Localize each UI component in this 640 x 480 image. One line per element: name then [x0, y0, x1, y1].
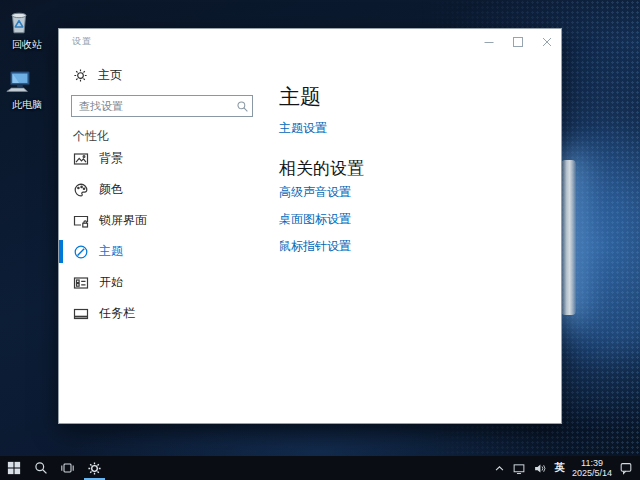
themes-brush-icon — [73, 244, 89, 260]
sidebar-item-label: 任务栏 — [99, 305, 135, 322]
close-icon — [542, 37, 552, 47]
language-indicator[interactable]: 英 — [554, 461, 565, 475]
minimize-button[interactable] — [474, 29, 503, 55]
sidebar-item-label: 主题 — [99, 243, 123, 260]
desktop-icon-this-pc[interactable]: 此电脑 — [4, 67, 50, 110]
sidebar-section-personalization: 个性化 — [73, 129, 279, 143]
sidebar-item-lock-screen[interactable]: 锁屏界面 — [59, 205, 279, 236]
taskbar-rect-icon — [73, 306, 89, 322]
sidebar-item-home[interactable]: 主页 — [73, 64, 279, 86]
mouse-pointer-settings-link[interactable]: 鼠标指针设置 — [279, 238, 561, 254]
close-button[interactable] — [532, 29, 561, 55]
sidebar-item-taskbar[interactable]: 任务栏 — [59, 298, 279, 329]
search-icon — [34, 461, 48, 475]
settings-sidebar: 主页 个性化 — [59, 59, 279, 423]
sidebar-item-label: 开始 — [99, 274, 123, 291]
sidebar-nav-list: 背景 颜色 — [59, 143, 279, 329]
system-tray: 英 11:39 2025/5/14 — [494, 458, 640, 478]
desktop-icon-label: 此电脑 — [4, 99, 50, 110]
desktop-icon-label: 回收站 — [4, 39, 50, 50]
desktop-icon-recycle-bin[interactable]: 回收站 — [4, 7, 50, 50]
sidebar-item-background[interactable]: 背景 — [59, 143, 279, 174]
action-center-button[interactable] — [619, 461, 633, 475]
background-image-icon — [73, 151, 89, 167]
sidebar-item-label: 背景 — [99, 150, 123, 167]
taskbar-search-button[interactable] — [27, 456, 54, 480]
sidebar-item-start[interactable]: 开始 — [59, 267, 279, 298]
tray-overflow-button[interactable] — [494, 463, 505, 474]
sidebar-item-label: 颜色 — [99, 181, 123, 198]
sidebar-item-label: 锁屏界面 — [99, 212, 147, 229]
network-tray-button[interactable] — [512, 462, 526, 475]
start-logo-icon — [7, 461, 21, 475]
task-view-icon — [60, 461, 75, 475]
volume-tray-button[interactable] — [533, 462, 547, 475]
clock-time: 11:39 — [581, 458, 603, 468]
task-view-button[interactable] — [54, 456, 81, 480]
clock-date: 2025/5/14 — [572, 468, 612, 478]
chevron-up-icon — [494, 463, 505, 474]
sidebar-item-themes[interactable]: 主题 — [59, 236, 279, 267]
page-title: 主题 — [279, 83, 561, 111]
desktop: 回收站 此电脑 设置 — [0, 0, 640, 480]
network-icon — [512, 462, 526, 475]
taskbar-settings-button[interactable] — [81, 456, 108, 480]
wallpaper-light-beam — [561, 160, 576, 315]
recycle-bin-icon — [4, 7, 50, 37]
related-settings-title: 相关的设置 — [279, 157, 561, 181]
search-input[interactable] — [72, 100, 232, 112]
theme-settings-link[interactable]: 主题设置 — [279, 120, 327, 136]
settings-search-box[interactable] — [71, 95, 253, 117]
desktop-icon-settings-link[interactable]: 桌面图标设置 — [279, 211, 561, 227]
volume-icon — [533, 462, 547, 475]
settings-content: 主题 主题设置 相关的设置 高级声音设置 桌面图标设置 鼠标指针设置 — [279, 59, 561, 423]
gear-icon — [73, 68, 88, 83]
minimize-icon — [484, 37, 494, 47]
taskbar: 英 11:39 2025/5/14 — [0, 456, 640, 480]
window-titlebar[interactable]: 设置 — [59, 29, 561, 59]
search-icon — [232, 100, 252, 113]
maximize-button[interactable] — [503, 29, 532, 55]
this-pc-icon — [4, 67, 50, 97]
gear-icon — [87, 461, 102, 476]
window-title: 设置 — [72, 35, 92, 48]
colors-palette-icon — [73, 182, 89, 198]
related-links-list: 高级声音设置 桌面图标设置 鼠标指针设置 — [279, 184, 561, 254]
taskbar-clock[interactable]: 11:39 2025/5/14 — [572, 458, 612, 478]
start-menu-icon — [73, 275, 89, 291]
start-button[interactable] — [0, 456, 27, 480]
advanced-sound-settings-link[interactable]: 高级声音设置 — [279, 184, 561, 200]
maximize-icon — [513, 37, 523, 47]
lock-screen-icon — [73, 213, 89, 229]
settings-window: 设置 主页 — [58, 28, 562, 424]
sidebar-home-label: 主页 — [98, 67, 122, 84]
action-center-icon — [619, 461, 633, 475]
sidebar-item-colors[interactable]: 颜色 — [59, 174, 279, 205]
